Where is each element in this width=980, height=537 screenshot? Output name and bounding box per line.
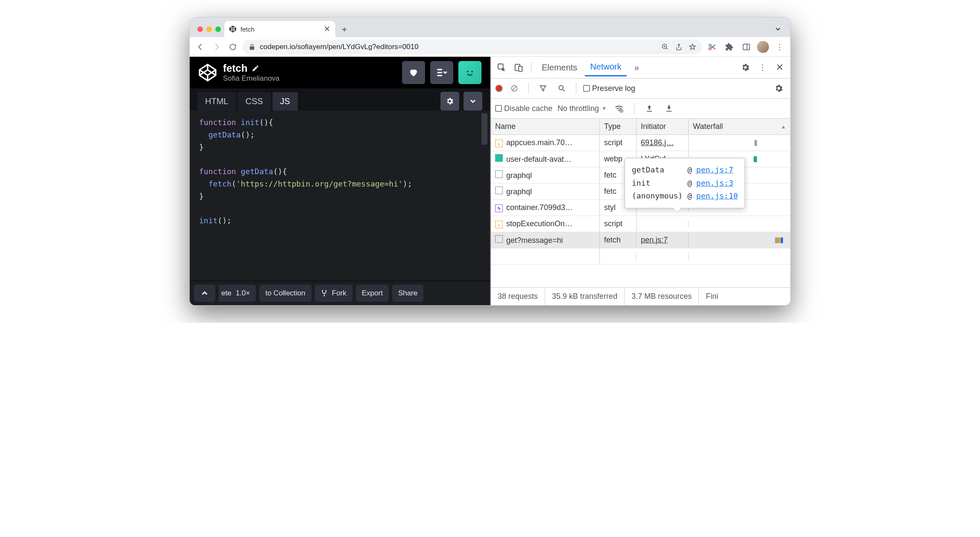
record-button[interactable] <box>495 85 503 92</box>
url-field[interactable]: codepen.io/sofiayem/pen/LYdGvLg?editors=… <box>243 40 702 54</box>
menu-icon[interactable]: ⋮ <box>773 41 786 53</box>
tooltip-row: init@ pen.js:3 <box>632 177 738 190</box>
reload-button[interactable] <box>226 41 239 53</box>
tab-html[interactable]: HTML <box>197 92 236 111</box>
search-icon[interactable] <box>555 81 569 96</box>
download-har-icon[interactable] <box>662 101 676 116</box>
scrollbar[interactable] <box>481 113 487 145</box>
tooltip-row: getData@ pen.js:7 <box>632 163 738 177</box>
tab-network[interactable]: Network <box>585 58 626 76</box>
profile-avatar[interactable] <box>757 41 769 53</box>
filter-icon[interactable] <box>536 81 550 96</box>
zoom-icon[interactable] <box>661 43 669 51</box>
code-editor[interactable]: function init(){ getData(); } function g… <box>190 111 490 281</box>
stack-link[interactable]: pen.js:10 <box>696 190 738 203</box>
network-toolbar: Preserve log <box>491 79 790 99</box>
close-tab-icon[interactable]: ✕ <box>324 24 330 34</box>
network-conditions-icon[interactable] <box>612 101 626 116</box>
star-icon[interactable] <box>689 43 696 51</box>
network-settings-icon[interactable] <box>772 81 786 96</box>
codepen-footer: ete 1.0× to Collection Fork Export Share <box>190 281 490 305</box>
svg-rect-11 <box>519 66 522 71</box>
tab-css[interactable]: CSS <box>238 92 270 111</box>
status-resources: 3.7 MB resources <box>625 288 699 305</box>
lock-icon <box>249 44 255 50</box>
svg-point-15 <box>621 110 622 111</box>
devtools-tabs: Elements Network » ⋮ ✕ <box>491 57 790 79</box>
table-row[interactable]: ⬨stopExecutionOn…script <box>491 216 790 232</box>
url-right-icons <box>661 43 696 51</box>
tooltip-row: (anonymous)@ pen.js:10 <box>632 190 738 203</box>
new-tab-button[interactable]: ＋ <box>338 23 351 35</box>
svg-point-4 <box>467 71 469 73</box>
svg-point-13 <box>559 85 563 90</box>
codepen-favicon-icon <box>229 26 236 32</box>
status-finish: Fini <box>699 288 725 305</box>
share-button[interactable]: Share <box>392 285 423 302</box>
col-waterfall[interactable]: Waterfall▲ <box>689 119 790 134</box>
to-collection-button[interactable]: to Collection <box>259 285 311 302</box>
panel-icon[interactable] <box>740 41 753 53</box>
editor-tabs: HTML CSS JS <box>190 88 490 111</box>
editor-settings-icon[interactable] <box>440 92 459 111</box>
pen-title: fetch <box>223 62 247 74</box>
tab-strip: fetch ✕ ＋ <box>190 18 790 37</box>
col-name[interactable]: Name <box>491 119 600 134</box>
codepen-panel: fetch Sofia Emelianova HTML CSS JS <box>190 57 490 305</box>
url-text: codepen.io/sofiayem/pen/LYdGvLg?editors=… <box>260 43 419 51</box>
table-row[interactable]: ⬨appcues.main.70…script69186.j… <box>491 135 790 151</box>
devtools-settings-icon[interactable] <box>738 60 753 75</box>
stack-link[interactable]: pen.js:7 <box>696 163 734 177</box>
network-toolbar-2: Disable cache No throttling ▼ <box>491 99 790 119</box>
col-type[interactable]: Type <box>600 119 637 134</box>
tab-elements[interactable]: Elements <box>537 59 582 76</box>
share-icon[interactable] <box>675 43 683 51</box>
edit-title-icon[interactable] <box>252 64 259 72</box>
stack-link[interactable]: pen.js:3 <box>696 177 734 190</box>
extensions-icon[interactable] <box>723 41 736 53</box>
initiator-tooltip: getData@ pen.js:7init@ pen.js:3(anonymou… <box>625 158 745 208</box>
svg-point-5 <box>471 71 473 73</box>
tab-js[interactable]: JS <box>273 92 298 111</box>
editor-dropdown-icon[interactable] <box>464 92 482 111</box>
svg-point-7 <box>325 290 326 292</box>
footer-expand-icon[interactable] <box>194 285 215 302</box>
back-button[interactable] <box>194 41 207 53</box>
throttling-select[interactable]: No throttling ▼ <box>557 104 607 113</box>
toolbar-icons: ⋮ <box>706 41 786 53</box>
devtools-menu-icon[interactable]: ⋮ <box>755 60 770 75</box>
browser-tab[interactable]: fetch ✕ <box>224 21 335 37</box>
table-row[interactable]: get?message=hifetchpen.js:7 <box>491 232 790 248</box>
window-controls <box>194 26 224 37</box>
pen-author: Sofia Emelianova <box>223 74 279 83</box>
love-button[interactable] <box>402 61 425 84</box>
preserve-log-checkbox[interactable]: Preserve log <box>583 84 635 93</box>
minimize-window[interactable] <box>206 26 212 32</box>
status-bar: 38 requests 35.9 kB transferred 3.7 MB r… <box>491 287 790 305</box>
profile-button[interactable] <box>458 61 481 84</box>
address-bar: codepen.io/sofiayem/pen/LYdGvLg?editors=… <box>190 37 790 57</box>
clear-button[interactable] <box>507 81 522 96</box>
disable-cache-checkbox[interactable]: Disable cache <box>495 104 552 113</box>
tab-title: fetch <box>241 26 255 33</box>
tab-more[interactable]: » <box>629 59 644 76</box>
close-window[interactable] <box>197 26 203 32</box>
device-toggle-icon[interactable] <box>511 60 526 75</box>
maximize-window[interactable] <box>215 26 221 32</box>
forward-button[interactable] <box>210 41 223 53</box>
inspect-icon[interactable] <box>494 60 509 75</box>
view-button[interactable] <box>430 61 453 84</box>
svg-rect-3 <box>743 44 750 50</box>
upload-har-icon[interactable] <box>642 101 657 116</box>
tab-list-chevron-icon[interactable] <box>774 25 782 33</box>
fork-button[interactable]: Fork <box>315 285 352 302</box>
devtools-close-icon[interactable]: ✕ <box>772 60 787 75</box>
browser-window: fetch ✕ ＋ codepen.io/sofiayem/pen/LYdGvL… <box>189 17 791 306</box>
status-transferred: 35.9 kB transferred <box>545 288 625 305</box>
scissors-icon[interactable] <box>706 41 719 53</box>
codepen-logo-icon <box>198 63 217 82</box>
col-initiator[interactable]: Initiator <box>637 119 689 134</box>
export-button[interactable]: Export <box>356 285 389 302</box>
status-requests: 38 requests <box>491 288 545 305</box>
footer-truncated[interactable]: ete 1.0× <box>219 285 256 302</box>
